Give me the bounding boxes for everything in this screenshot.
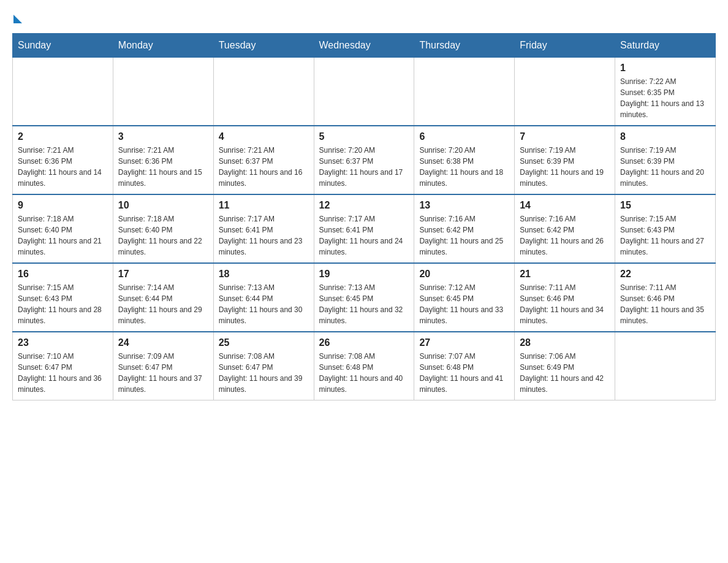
- day-of-week-saturday: Saturday: [615, 34, 716, 58]
- week-row-4: 16Sunrise: 7:15 AMSunset: 6:43 PMDayligh…: [13, 263, 716, 332]
- day-number: 6: [419, 131, 509, 142]
- calendar-cell: 7Sunrise: 7:19 AMSunset: 6:39 PMDaylight…: [515, 126, 615, 194]
- day-number: 5: [319, 131, 409, 142]
- day-info: Sunrise: 7:21 AMSunset: 6:36 PMDaylight:…: [118, 145, 208, 189]
- calendar-cell: 15Sunrise: 7:15 AMSunset: 6:43 PMDayligh…: [615, 194, 716, 263]
- day-info: Sunrise: 7:12 AMSunset: 6:45 PMDaylight:…: [419, 282, 509, 326]
- day-info: Sunrise: 7:14 AMSunset: 6:44 PMDaylight:…: [118, 282, 208, 326]
- day-of-week-friday: Friday: [515, 34, 615, 58]
- day-number: 19: [319, 269, 409, 280]
- day-info: Sunrise: 7:20 AMSunset: 6:38 PMDaylight:…: [419, 145, 509, 189]
- day-number: 1: [620, 63, 710, 74]
- day-info: Sunrise: 7:13 AMSunset: 6:45 PMDaylight:…: [319, 282, 409, 326]
- day-info: Sunrise: 7:15 AMSunset: 6:43 PMDaylight:…: [620, 213, 710, 258]
- calendar-cell: [113, 58, 213, 126]
- calendar-cell: 16Sunrise: 7:15 AMSunset: 6:43 PMDayligh…: [13, 263, 113, 332]
- day-of-week-sunday: Sunday: [13, 34, 113, 58]
- calendar-cell: 24Sunrise: 7:09 AMSunset: 6:47 PMDayligh…: [113, 332, 213, 400]
- day-info: Sunrise: 7:08 AMSunset: 6:47 PMDaylight:…: [219, 351, 309, 395]
- calendar-cell: 10Sunrise: 7:18 AMSunset: 6:40 PMDayligh…: [113, 194, 213, 263]
- day-number: 24: [118, 337, 208, 348]
- calendar-table: SundayMondayTuesdayWednesdayThursdayFrid…: [12, 33, 716, 400]
- day-number: 23: [18, 337, 108, 348]
- day-number: 25: [219, 337, 309, 348]
- day-number: 16: [18, 269, 108, 280]
- calendar-cell: 18Sunrise: 7:13 AMSunset: 6:44 PMDayligh…: [213, 263, 314, 332]
- day-info: Sunrise: 7:20 AMSunset: 6:37 PMDaylight:…: [319, 145, 409, 189]
- week-row-3: 9Sunrise: 7:18 AMSunset: 6:40 PMDaylight…: [13, 194, 716, 263]
- calendar-cell: [213, 58, 314, 126]
- calendar-cell: 26Sunrise: 7:08 AMSunset: 6:48 PMDayligh…: [314, 332, 414, 400]
- week-row-1: 1Sunrise: 7:22 AMSunset: 6:35 PMDaylight…: [13, 58, 716, 126]
- day-info: Sunrise: 7:16 AMSunset: 6:42 PMDaylight:…: [419, 213, 509, 258]
- calendar-cell: 6Sunrise: 7:20 AMSunset: 6:38 PMDaylight…: [414, 126, 515, 194]
- calendar-cell: 11Sunrise: 7:17 AMSunset: 6:41 PMDayligh…: [213, 194, 314, 263]
- calendar-cell: 14Sunrise: 7:16 AMSunset: 6:42 PMDayligh…: [515, 194, 615, 263]
- day-info: Sunrise: 7:10 AMSunset: 6:47 PMDaylight:…: [18, 351, 108, 395]
- calendar-cell: 8Sunrise: 7:19 AMSunset: 6:39 PMDaylight…: [615, 126, 716, 194]
- day-info: Sunrise: 7:21 AMSunset: 6:37 PMDaylight:…: [219, 145, 309, 189]
- week-row-5: 23Sunrise: 7:10 AMSunset: 6:47 PMDayligh…: [13, 332, 716, 400]
- calendar-cell: [515, 58, 615, 126]
- day-number: 28: [520, 337, 610, 348]
- day-number: 20: [419, 269, 509, 280]
- day-of-week-monday: Monday: [113, 34, 213, 58]
- day-of-week-thursday: Thursday: [414, 34, 515, 58]
- day-number: 11: [219, 200, 309, 211]
- calendar-cell: 25Sunrise: 7:08 AMSunset: 6:47 PMDayligh…: [213, 332, 314, 400]
- calendar-cell: 3Sunrise: 7:21 AMSunset: 6:36 PMDaylight…: [113, 126, 213, 194]
- day-info: Sunrise: 7:19 AMSunset: 6:39 PMDaylight:…: [520, 145, 610, 189]
- calendar-cell: 12Sunrise: 7:17 AMSunset: 6:41 PMDayligh…: [314, 194, 414, 263]
- calendar-header-row: SundayMondayTuesdayWednesdayThursdayFrid…: [13, 34, 716, 58]
- calendar-cell: 2Sunrise: 7:21 AMSunset: 6:36 PMDaylight…: [13, 126, 113, 194]
- day-number: 4: [219, 131, 309, 142]
- calendar-cell: 22Sunrise: 7:11 AMSunset: 6:46 PMDayligh…: [615, 263, 716, 332]
- day-number: 22: [620, 269, 710, 280]
- day-info: Sunrise: 7:22 AMSunset: 6:35 PMDaylight:…: [620, 76, 710, 120]
- calendar-cell: 9Sunrise: 7:18 AMSunset: 6:40 PMDaylight…: [13, 194, 113, 263]
- calendar-cell: 5Sunrise: 7:20 AMSunset: 6:37 PMDaylight…: [314, 126, 414, 194]
- day-number: 26: [319, 337, 409, 348]
- day-number: 8: [620, 131, 710, 142]
- day-info: Sunrise: 7:18 AMSunset: 6:40 PMDaylight:…: [18, 213, 108, 258]
- calendar-cell: 1Sunrise: 7:22 AMSunset: 6:35 PMDaylight…: [615, 58, 716, 126]
- calendar-cell: 19Sunrise: 7:13 AMSunset: 6:45 PMDayligh…: [314, 263, 414, 332]
- day-number: 14: [520, 200, 610, 211]
- day-number: 15: [620, 200, 710, 211]
- calendar-cell: 23Sunrise: 7:10 AMSunset: 6:47 PMDayligh…: [13, 332, 113, 400]
- day-info: Sunrise: 7:08 AMSunset: 6:48 PMDaylight:…: [319, 351, 409, 395]
- logo-arrow-icon: [13, 15, 22, 23]
- day-number: 21: [520, 269, 610, 280]
- day-info: Sunrise: 7:11 AMSunset: 6:46 PMDaylight:…: [520, 282, 610, 326]
- day-info: Sunrise: 7:21 AMSunset: 6:36 PMDaylight:…: [18, 145, 108, 189]
- day-info: Sunrise: 7:13 AMSunset: 6:44 PMDaylight:…: [219, 282, 309, 326]
- day-info: Sunrise: 7:07 AMSunset: 6:48 PMDaylight:…: [419, 351, 509, 395]
- calendar-cell: 20Sunrise: 7:12 AMSunset: 6:45 PMDayligh…: [414, 263, 515, 332]
- day-info: Sunrise: 7:17 AMSunset: 6:41 PMDaylight:…: [319, 213, 409, 258]
- day-info: Sunrise: 7:15 AMSunset: 6:43 PMDaylight:…: [18, 282, 108, 326]
- day-info: Sunrise: 7:19 AMSunset: 6:39 PMDaylight:…: [620, 145, 710, 189]
- calendar-cell: 21Sunrise: 7:11 AMSunset: 6:46 PMDayligh…: [515, 263, 615, 332]
- day-number: 9: [18, 200, 108, 211]
- day-number: 2: [18, 131, 108, 142]
- calendar-cell: 17Sunrise: 7:14 AMSunset: 6:44 PMDayligh…: [113, 263, 213, 332]
- calendar-cell: [314, 58, 414, 126]
- calendar-cell: [13, 58, 113, 126]
- logo: [12, 12, 22, 23]
- calendar-cell: 28Sunrise: 7:06 AMSunset: 6:49 PMDayligh…: [515, 332, 615, 400]
- calendar-cell: 27Sunrise: 7:07 AMSunset: 6:48 PMDayligh…: [414, 332, 515, 400]
- day-number: 27: [419, 337, 509, 348]
- day-info: Sunrise: 7:16 AMSunset: 6:42 PMDaylight:…: [520, 213, 610, 258]
- calendar-cell: 13Sunrise: 7:16 AMSunset: 6:42 PMDayligh…: [414, 194, 515, 263]
- day-number: 18: [219, 269, 309, 280]
- day-info: Sunrise: 7:11 AMSunset: 6:46 PMDaylight:…: [620, 282, 710, 326]
- calendar-cell: 4Sunrise: 7:21 AMSunset: 6:37 PMDaylight…: [213, 126, 314, 194]
- day-info: Sunrise: 7:17 AMSunset: 6:41 PMDaylight:…: [219, 213, 309, 258]
- week-row-2: 2Sunrise: 7:21 AMSunset: 6:36 PMDaylight…: [13, 126, 716, 194]
- day-number: 12: [319, 200, 409, 211]
- day-number: 17: [118, 269, 208, 280]
- day-number: 10: [118, 200, 208, 211]
- day-number: 7: [520, 131, 610, 142]
- calendar-cell: [414, 58, 515, 126]
- day-of-week-tuesday: Tuesday: [213, 34, 314, 58]
